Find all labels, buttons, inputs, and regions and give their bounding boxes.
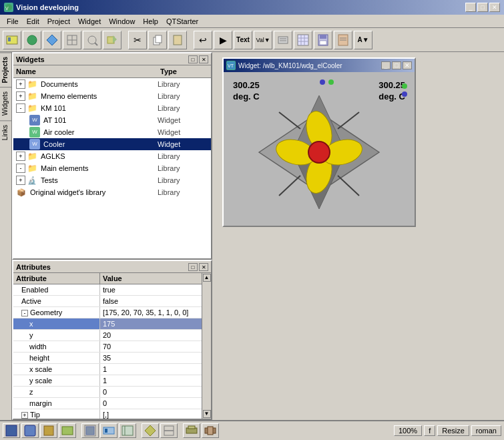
toolbar-text[interactable]: Text [234,31,252,49]
attr-row-active[interactable]: Active false [13,296,202,307]
bt-btn-4[interactable] [59,423,76,438]
attributes-table[interactable]: Attribute Value Enabled true Active fals… [13,273,202,419]
menu-file[interactable]: File [3,16,23,27]
attr-row-tip[interactable]: +Tip [,] [13,409,202,419]
toolbar-paste[interactable] [168,31,187,49]
toolbar-extra[interactable]: A▼ [354,31,372,49]
attr-row-enabled[interactable]: Enabled true [13,284,202,296]
attr-row-geometry[interactable]: -Geometry [175, 20, 70, 35, 1, 1, 0, 0] [13,307,202,318]
attr-val-height[interactable]: 35 [100,353,202,363]
widgets-panel-close[interactable]: ✕ [199,55,208,63]
attr-row-margin[interactable]: margin 0 [13,398,202,409]
expand-mnemo[interactable]: + [16,91,25,101]
maximize-button[interactable]: □ [477,3,488,12]
tree-row-at101[interactable]: W AT 101 Widget [13,114,211,126]
attr-val-tip[interactable]: [,] [100,409,202,419]
attr-row-x[interactable]: x 175 [13,318,202,330]
tab-projects[interactable]: Projects [0,52,11,87]
widgets-tree[interactable]: + 📁 Documents Library + 📁 Mnemo elements… [13,78,211,258]
toolbar-btn-5[interactable] [83,31,101,49]
tree-row-tests[interactable]: + 🔬 Tests Library [13,174,211,186]
expand-geometry[interactable]: - [21,310,28,316]
attr-val-xscale[interactable]: 1 [100,364,202,375]
attr-val-x[interactable]: 175 [100,318,202,329]
tree-type-original: Library [158,188,211,196]
bt-btn-3[interactable] [40,423,57,438]
menu-window[interactable]: Window [105,16,139,27]
widget-preview-minimize[interactable]: _ [381,61,391,69]
attr-val-yscale[interactable]: 1 [100,375,202,386]
bt-btn-6[interactable] [100,423,117,438]
toolbar-val[interactable]: Val▼ [254,31,272,49]
toolbar-prop[interactable] [274,31,292,49]
scroll-up[interactable]: ▲ [203,274,211,282]
attr-row-yscale[interactable]: y scale 1 [13,375,202,387]
toolbar-copy[interactable] [148,31,167,49]
attr-val-z[interactable]: 0 [100,387,202,397]
status-zoom: 100% [394,425,422,436]
toolbar-run[interactable]: ▶ [214,31,232,49]
bt-btn-10[interactable] [183,423,200,438]
tab-links[interactable]: Links [0,120,11,144]
expand-documents[interactable]: + [16,79,25,89]
attributes-panel-close[interactable]: ✕ [199,263,208,271]
attr-val-geometry[interactable]: [175, 20, 70, 35, 1, 1, 0, 0] [100,307,202,318]
attr-row-width[interactable]: width 70 [13,341,202,353]
toolbar-load[interactable] [334,31,352,49]
tree-row-mnemo[interactable]: + 📁 Mnemo elements Library [13,90,211,102]
tree-row-documents[interactable]: + 📁 Documents Library [13,78,211,90]
bt-btn-5[interactable] [81,423,99,438]
attributes-panel-restore[interactable]: □ [188,263,198,271]
toolbar-cut[interactable]: ✂ [128,31,147,49]
attr-val-enabled[interactable]: true [100,284,202,295]
expand-tip[interactable]: + [21,412,28,419]
attr-val-active[interactable]: false [100,296,202,306]
close-button[interactable]: ✕ [489,3,500,12]
attr-row-y[interactable]: y 20 [13,330,202,341]
tree-row-km101[interactable]: - 📁 KM 101 Library [13,102,211,114]
menu-help[interactable]: Help [139,16,162,27]
toolbar-btn-2[interactable] [23,31,41,49]
minimize-button[interactable]: _ [465,3,476,12]
bt-btn-1[interactable] [3,423,20,438]
bt-btn-7[interactable] [119,423,136,438]
menu-qtstarter[interactable]: QTStarter [162,16,202,27]
attr-val-margin[interactable]: 0 [100,398,202,409]
expand-main[interactable]: - [16,164,25,173]
tree-row-aircooler[interactable]: W Air cooler Widget [13,126,211,138]
tree-label-documents: Documents [39,80,158,88]
svg-text:V: V [5,6,9,11]
bt-btn-9[interactable] [160,423,178,438]
toolbar-btn-4[interactable] [63,31,81,49]
attr-row-xscale[interactable]: x scale 1 [13,364,202,375]
widget-preview-restore[interactable]: □ [392,61,401,69]
menu-project[interactable]: Project [43,16,74,27]
expand-tests[interactable]: + [16,176,25,185]
bt-btn-11[interactable] [202,423,219,438]
attr-val-y[interactable]: 20 [100,330,202,341]
toolbar-btn-1[interactable] [3,31,21,49]
expand-aglks[interactable]: + [16,152,25,161]
toolbar-undo[interactable]: ↩ [194,31,212,49]
attr-row-height[interactable]: height 35 [13,353,202,364]
toolbar-btn-6[interactable] [103,31,121,49]
attr-val-width[interactable]: 70 [100,341,202,352]
toolbar-grid[interactable] [294,31,312,49]
tree-row-main[interactable]: - 📁 Main elements Library [13,162,211,174]
scroll-down[interactable]: ▼ [203,410,211,418]
menu-edit[interactable]: Edit [23,16,43,27]
tab-widgets[interactable]: Widgets [0,87,11,120]
toolbar-save[interactable] [314,31,332,49]
widget-preview-close[interactable]: ✕ [403,61,412,69]
attr-row-z[interactable]: z 0 [13,387,202,398]
widgets-panel-restore[interactable]: □ [188,55,198,63]
menu-widget[interactable]: Widget [74,16,105,27]
expand-km101[interactable]: - [16,103,25,113]
tree-row-original[interactable]: 📦 Original widget's library Library [13,186,211,198]
attr-scrollbar[interactable]: ▲ ▼ [202,273,211,419]
tree-row-cooler[interactable]: W Cooler Widget [13,138,211,150]
bt-btn-8[interactable] [142,423,159,438]
tree-row-aglks[interactable]: + 📁 AGLKS Library [13,150,211,162]
bt-btn-2[interactable] [21,423,39,438]
toolbar-btn-3[interactable] [43,31,61,49]
